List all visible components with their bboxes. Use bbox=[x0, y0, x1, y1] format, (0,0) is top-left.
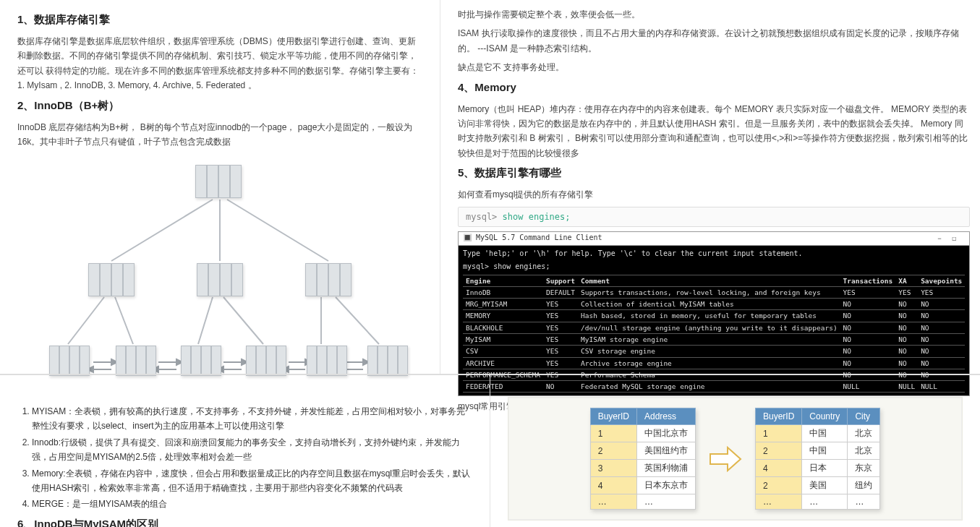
table-cell: MyISAM bbox=[463, 334, 543, 346]
tree-root-node bbox=[195, 165, 242, 198]
table-cell: MyISAM storage engine bbox=[578, 334, 840, 346]
table-cell: YES bbox=[895, 286, 918, 298]
terminal-window: 🔳 MySQL 5.7 Command Line Client － ☐ Type… bbox=[458, 231, 970, 397]
table-header: XA bbox=[895, 275, 918, 286]
table-cell: 1 bbox=[590, 425, 636, 442]
table-cell: NO bbox=[840, 334, 896, 346]
terminal-line: Type 'help;' or '\h' for help. Type '\c'… bbox=[463, 249, 965, 259]
table-row: 2中国北京 bbox=[755, 442, 879, 460]
table-cell: … bbox=[755, 494, 801, 510]
table-cell: Archive storage engine bbox=[578, 357, 840, 369]
code-prompt: mysql> bbox=[466, 212, 503, 222]
table-row: 2美国纽约市 bbox=[590, 442, 695, 460]
paragraph: 如何查看mysql提供的所有存储引擎 bbox=[458, 187, 970, 202]
tree-leaf-node bbox=[49, 346, 90, 376]
table-header: Address bbox=[636, 408, 695, 425]
table-cell: NO bbox=[840, 322, 896, 333]
table-row: ……… bbox=[755, 494, 879, 510]
table-cell: YES bbox=[543, 357, 578, 369]
nf-diagram: BuyerIDAddress 1中国北京市2美国纽约市3英国利物浦4日本东京市…… bbox=[508, 397, 963, 520]
paragraph: ISAM 执行读取操作的速度很快，而且不占用大量的内存和存储资源。在设计之初就预… bbox=[458, 26, 970, 56]
tree-leaf-node bbox=[307, 346, 347, 376]
table-cell: YES bbox=[543, 346, 578, 357]
tree-internal-node bbox=[88, 263, 135, 296]
table-cell: NO bbox=[895, 357, 918, 369]
engine-comparison-list: MYISAM：全表锁，拥有较高的执行速度，不支持事务，不支持外键，并发性能差，占… bbox=[32, 404, 472, 512]
table-cell: … bbox=[802, 494, 848, 510]
paragraph: 时批与操作需要锁定整个表，效率便会低一些。 bbox=[458, 7, 970, 22]
terminal-line: mysql> show engines; bbox=[463, 262, 965, 272]
svg-line-4 bbox=[115, 297, 133, 344]
left-lower-column: MYISAM：全表锁，拥有较高的执行速度，不支持事务，不支持外键，并发性能差，占… bbox=[0, 375, 490, 527]
table-cell: DEFAULT bbox=[543, 286, 578, 298]
table-cell: NO bbox=[918, 346, 965, 357]
code-block: mysql> show engines; bbox=[458, 207, 970, 227]
table-cell: NO bbox=[918, 357, 965, 369]
list-item: Memory:全表锁，存储在内容中，速度快，但会占用和数据量成正比的内存空间且数… bbox=[32, 466, 472, 496]
nf-table-left: BuyerIDAddress 1中国北京市2美国纽约市3英国利物浦4日本东京市…… bbox=[590, 408, 696, 510]
tree-leaf-node bbox=[116, 346, 156, 376]
svg-line-3 bbox=[68, 297, 104, 344]
table-row: InnoDBDEFAULTSupports transactions, row-… bbox=[463, 286, 965, 298]
svg-line-5 bbox=[198, 297, 213, 344]
svg-line-0 bbox=[111, 200, 213, 261]
paragraph: Memory（也叫 HEAP）堆内存：使用存在内存中的内容来创建表。每个 MEM… bbox=[458, 102, 970, 161]
table-cell: … bbox=[590, 494, 636, 510]
table-row: 4日本东京 bbox=[755, 460, 879, 477]
bplus-tree-diagram bbox=[17, 156, 422, 402]
table-cell: NO bbox=[918, 310, 965, 322]
heading-2: 2、InnoDB（B+树） bbox=[17, 99, 422, 113]
heading-5: 5、数据库引擎有哪些 bbox=[458, 166, 970, 180]
table-header: Savepoints bbox=[918, 275, 965, 286]
list-item: MERGE：是一组MYISAM表的组合 bbox=[32, 497, 472, 511]
table-header: BuyerID bbox=[590, 408, 636, 425]
tree-leaf-node bbox=[367, 346, 408, 376]
table-cell: InnoDB bbox=[463, 286, 543, 298]
table-cell: YES bbox=[543, 310, 578, 322]
table-header: Comment bbox=[578, 275, 840, 286]
table-cell: 日本东京市 bbox=[636, 477, 695, 494]
table-row: 3英国利物浦 bbox=[590, 460, 695, 477]
table-row: MyISAMYESMyISAM storage engineNONONO bbox=[463, 334, 965, 346]
table-row: 4日本东京市 bbox=[590, 477, 695, 494]
table-cell: 中国 bbox=[802, 442, 848, 460]
table-header: BuyerID bbox=[755, 408, 801, 425]
table-cell: 4 bbox=[755, 460, 801, 477]
table-cell: NO bbox=[918, 334, 965, 346]
table-cell: Hash based, stored in memory, useful for… bbox=[578, 310, 840, 322]
tree-internal-node bbox=[305, 263, 351, 296]
list-item: MYISAM：全表锁，拥有较高的执行速度，不支持事务，不支持外键，并发性能差，占… bbox=[32, 404, 472, 434]
table-row: MRG_MYISAMYESCollection of identical MyI… bbox=[463, 299, 965, 310]
table-cell: 东京 bbox=[848, 460, 880, 477]
table-cell: NO bbox=[895, 299, 918, 310]
table-cell: YES bbox=[543, 322, 578, 333]
table-row: …… bbox=[590, 494, 695, 510]
table-cell: /dev/null storage engine (anything you w… bbox=[578, 322, 840, 333]
table-cell: YES bbox=[543, 334, 578, 346]
table-cell: 2 bbox=[755, 442, 801, 460]
terminal-title: 🔳 MySQL 5.7 Command Line Client bbox=[463, 233, 602, 244]
table-cell: 中国 bbox=[802, 425, 848, 442]
table-row: CSVYESCSV storage engineNONONO bbox=[463, 346, 965, 357]
table-cell: 中国北京市 bbox=[636, 425, 695, 442]
right-upper-column: 时批与操作需要锁定整个表，效率便会低一些。 ISAM 执行读取操作的速度很快，而… bbox=[440, 0, 980, 374]
table-cell: YES bbox=[840, 286, 896, 298]
window-controls: － ☐ bbox=[936, 233, 965, 244]
svg-line-2 bbox=[227, 200, 328, 261]
table-cell: NO bbox=[840, 357, 896, 369]
nf-table-right: BuyerIDCountryCity 1中国北京2中国北京4日本东京2美国纽约…… bbox=[755, 408, 880, 510]
table-cell: NO bbox=[895, 346, 918, 357]
arrow-icon bbox=[709, 446, 742, 472]
table-cell: 美国纽约市 bbox=[636, 442, 695, 460]
table-cell: ARCHIVE bbox=[463, 357, 543, 369]
table-row: 2美国纽约 bbox=[755, 477, 879, 494]
paragraph: InnoDB 底层存储结构为B+树， B树的每个节点对应innodb的一个pag… bbox=[17, 120, 422, 150]
table-cell: 3 bbox=[590, 460, 636, 477]
paragraph: 数据库存储引擎是数据库底层软件组织，数据库管理系统（DBMS）使用数据引擎进行创… bbox=[17, 34, 422, 93]
table-cell: 1 bbox=[755, 425, 801, 442]
table-cell: YES bbox=[543, 299, 578, 310]
table-header: City bbox=[848, 408, 880, 425]
table-cell: Collection of identical MyISAM tables bbox=[578, 299, 840, 310]
heading-4: 4、Memory bbox=[458, 81, 970, 95]
code-command: show engines; bbox=[503, 212, 571, 222]
